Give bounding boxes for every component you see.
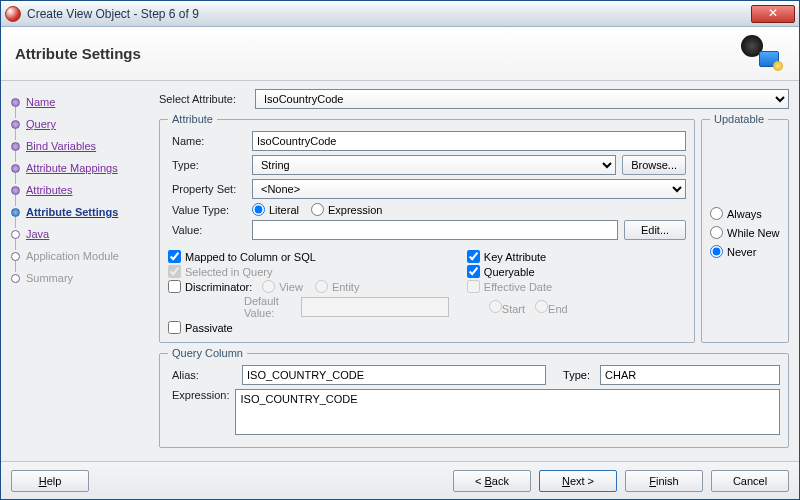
expression-label: Expression: bbox=[168, 389, 229, 401]
wizard-window: Create View Object - Step 6 of 9 ✕ Attri… bbox=[0, 0, 800, 500]
selected-in-query-checkbox: Selected in Query bbox=[168, 265, 449, 278]
alias-input[interactable] bbox=[242, 365, 546, 385]
updatable-fieldset: Updatable Always While New Never bbox=[701, 113, 789, 343]
step-name[interactable]: Name bbox=[11, 91, 145, 113]
step-label[interactable]: Bind Variables bbox=[26, 140, 96, 152]
queryable-checkbox[interactable]: Queryable bbox=[467, 265, 686, 278]
select-attribute-label: Select Attribute: bbox=[159, 93, 249, 105]
step-label[interactable]: Name bbox=[26, 96, 55, 108]
passivate-checkbox[interactable]: Passivate bbox=[168, 321, 449, 334]
edit-button[interactable]: Edit... bbox=[624, 220, 686, 240]
back-button[interactable]: < Back bbox=[453, 470, 531, 492]
main-content: Select Attribute: IsoCountryCode Attribu… bbox=[159, 89, 789, 457]
value-type-label: Value Type: bbox=[168, 204, 246, 216]
step-attribute-settings[interactable]: Attribute Settings bbox=[11, 201, 145, 223]
name-label: Name: bbox=[168, 135, 246, 147]
step-query[interactable]: Query bbox=[11, 113, 145, 135]
step-label[interactable]: Attributes bbox=[26, 184, 72, 196]
updatable-whilenew-radio[interactable]: While New bbox=[710, 226, 780, 239]
step-attribute-mappings[interactable]: Attribute Mappings bbox=[11, 157, 145, 179]
step-application-module: Application Module bbox=[11, 245, 145, 267]
default-value-label: Default Value: bbox=[244, 295, 291, 319]
step-label: Application Module bbox=[26, 250, 119, 262]
value-input[interactable] bbox=[252, 220, 618, 240]
wizard-steps-sidebar: Name Query Bind Variables Attribute Mapp… bbox=[11, 89, 145, 457]
value-label: Value: bbox=[168, 224, 246, 236]
type-label: Type: bbox=[168, 159, 246, 171]
close-button[interactable]: ✕ bbox=[751, 5, 795, 23]
wizard-footer: Help < Back Next > Finish Cancel bbox=[1, 461, 799, 499]
discriminator-checkbox[interactable]: Discriminator: bbox=[168, 280, 252, 293]
wizard-graphic-icon bbox=[739, 33, 785, 73]
step-label[interactable]: Java bbox=[26, 228, 49, 240]
discriminator-entity-radio: Entity bbox=[315, 280, 360, 293]
title-bar[interactable]: Create View Object - Step 6 of 9 ✕ bbox=[1, 1, 799, 27]
key-attribute-checkbox[interactable]: Key Attribute bbox=[467, 250, 686, 263]
cancel-button[interactable]: Cancel bbox=[711, 470, 789, 492]
eff-start-radio: Start bbox=[489, 300, 525, 315]
step-label: Summary bbox=[26, 272, 73, 284]
effective-date-checkbox: Effective Date bbox=[467, 280, 552, 293]
expression-input[interactable] bbox=[235, 389, 780, 435]
step-label[interactable]: Query bbox=[26, 118, 56, 130]
app-icon bbox=[5, 6, 21, 22]
value-type-expression-radio[interactable]: Expression bbox=[311, 203, 382, 216]
step-label[interactable]: Attribute Settings bbox=[26, 206, 118, 218]
property-set-dropdown[interactable]: <None> bbox=[252, 179, 686, 199]
help-button[interactable]: Help bbox=[11, 470, 89, 492]
browse-button[interactable]: Browse... bbox=[622, 155, 686, 175]
finish-button[interactable]: Finish bbox=[625, 470, 703, 492]
step-summary: Summary bbox=[11, 267, 145, 289]
discriminator-view-radio: View bbox=[262, 280, 303, 293]
attribute-fieldset: Attribute Name: Type: String Browse... P… bbox=[159, 113, 695, 343]
name-input[interactable] bbox=[252, 131, 686, 151]
eff-end-radio: End bbox=[535, 300, 568, 315]
query-column-legend: Query Column bbox=[168, 347, 247, 359]
banner: Attribute Settings bbox=[1, 27, 799, 81]
step-label[interactable]: Attribute Mappings bbox=[26, 162, 118, 174]
type-dropdown[interactable]: String bbox=[252, 155, 616, 175]
updatable-never-radio[interactable]: Never bbox=[710, 245, 756, 258]
property-set-label: Property Set: bbox=[168, 183, 246, 195]
qcol-type-input[interactable] bbox=[600, 365, 780, 385]
value-type-literal-radio[interactable]: Literal bbox=[252, 203, 299, 216]
qcol-type-label: Type: bbox=[552, 369, 594, 381]
updatable-legend: Updatable bbox=[710, 113, 768, 125]
next-button[interactable]: Next > bbox=[539, 470, 617, 492]
step-java[interactable]: Java bbox=[11, 223, 145, 245]
default-value-input bbox=[301, 297, 449, 317]
query-column-fieldset: Query Column Alias: Type: Expression: bbox=[159, 347, 789, 448]
window-title: Create View Object - Step 6 of 9 bbox=[27, 7, 199, 21]
step-bind-variables[interactable]: Bind Variables bbox=[11, 135, 145, 157]
mapped-checkbox[interactable]: Mapped to Column or SQL bbox=[168, 250, 449, 263]
alias-label: Alias: bbox=[168, 369, 236, 381]
attribute-legend: Attribute bbox=[168, 113, 217, 125]
updatable-always-radio[interactable]: Always bbox=[710, 207, 762, 220]
page-heading: Attribute Settings bbox=[15, 45, 141, 62]
select-attribute-dropdown[interactable]: IsoCountryCode bbox=[255, 89, 789, 109]
step-attributes[interactable]: Attributes bbox=[11, 179, 145, 201]
